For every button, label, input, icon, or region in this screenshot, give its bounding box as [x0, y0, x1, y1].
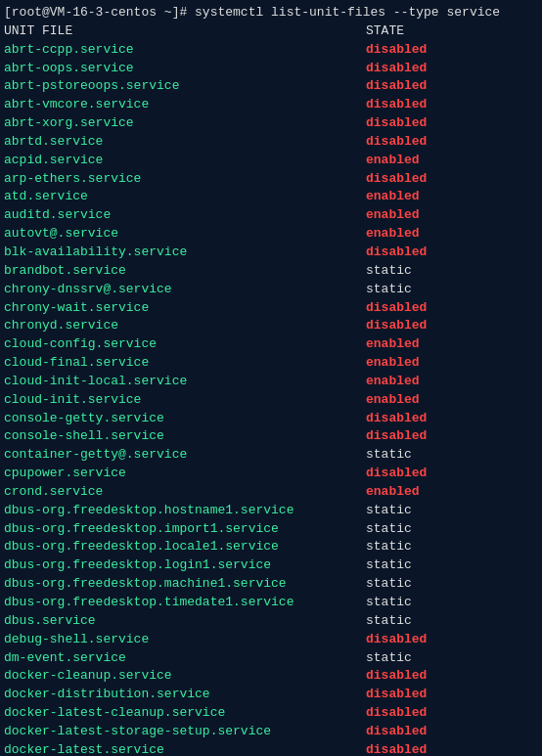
table-row: console-getty.servicedisabled: [0, 410, 542, 428]
unit-state: static: [366, 281, 538, 299]
unit-name: cloud-config.service: [4, 335, 366, 354]
table-row: arp-ethers.servicedisabled: [0, 170, 542, 189]
unit-state: disabled: [366, 410, 538, 428]
unit-name: docker-latest.service: [4, 741, 366, 756]
unit-state: disabled: [366, 77, 538, 96]
unit-state: enabled: [366, 335, 538, 354]
unit-state: static: [366, 594, 538, 612]
table-row: autovt@.serviceenabled: [0, 225, 542, 244]
unit-state: disabled: [366, 60, 538, 78]
table-row: brandbot.servicestatic: [0, 262, 542, 281]
table-row: dbus-org.freedesktop.timedate1.servicest…: [0, 594, 542, 612]
unit-name: auditd.service: [4, 206, 366, 225]
unit-state: enabled: [366, 483, 538, 502]
table-row: container-getty@.servicestatic: [0, 446, 542, 465]
unit-state: enabled: [366, 225, 538, 244]
table-row: chrony-dnssrv@.servicestatic: [0, 281, 542, 299]
table-row: atd.serviceenabled: [0, 188, 542, 206]
unit-state: disabled: [366, 41, 538, 60]
unit-name: dbus-org.freedesktop.timedate1.service: [4, 594, 366, 612]
unit-state: static: [366, 446, 538, 465]
unit-state: static: [366, 262, 538, 281]
table-row: abrtd.servicedisabled: [0, 133, 542, 152]
unit-state: disabled: [366, 667, 538, 686]
table-row: abrt-vmcore.servicedisabled: [0, 96, 542, 114]
unit-name: cloud-final.service: [4, 354, 366, 373]
header-line: UNIT FILE STATE: [0, 22, 542, 41]
unit-state: static: [366, 538, 538, 556]
unit-name: chronyd.service: [4, 317, 366, 335]
unit-state: disabled: [366, 133, 538, 152]
table-row: dbus-org.freedesktop.login1.servicestati…: [0, 556, 542, 575]
unit-state: disabled: [366, 741, 538, 756]
table-row: docker-distribution.servicedisabled: [0, 686, 542, 704]
table-row: acpid.serviceenabled: [0, 152, 542, 170]
table-row: chrony-wait.servicedisabled: [0, 299, 542, 318]
unit-name: dm-event.service: [4, 649, 366, 668]
rows-container: abrt-ccpp.servicedisabledabrt-oops.servi…: [0, 41, 542, 756]
unit-name: docker-latest-storage-setup.service: [4, 723, 366, 741]
unit-name: chrony-dnssrv@.service: [4, 281, 366, 299]
table-row: cloud-config.serviceenabled: [0, 335, 542, 354]
unit-name: console-shell.service: [4, 427, 366, 446]
table-row: dbus-org.freedesktop.import1.servicestat…: [0, 520, 542, 539]
unit-state: disabled: [366, 704, 538, 723]
unit-name: docker-latest-cleanup.service: [4, 704, 366, 723]
table-row: cloud-final.serviceenabled: [0, 354, 542, 373]
unit-state: disabled: [366, 170, 538, 189]
unit-state: disabled: [366, 299, 538, 318]
header-state: STATE: [366, 22, 538, 41]
table-row: chronyd.servicedisabled: [0, 317, 542, 335]
unit-state: enabled: [366, 152, 538, 170]
unit-name: abrtd.service: [4, 133, 366, 152]
table-row: dbus-org.freedesktop.machine1.servicesta…: [0, 575, 542, 594]
unit-state: static: [366, 502, 538, 520]
table-row: cloud-init-local.serviceenabled: [0, 373, 542, 391]
unit-name: dbus-org.freedesktop.locale1.service: [4, 538, 366, 556]
unit-name: dbus-org.freedesktop.login1.service: [4, 556, 366, 575]
unit-name: acpid.service: [4, 152, 366, 170]
unit-state: static: [366, 520, 538, 539]
unit-state: enabled: [366, 206, 538, 225]
header-unit: UNIT FILE: [4, 22, 366, 41]
unit-state: disabled: [366, 427, 538, 446]
unit-state: enabled: [366, 373, 538, 391]
unit-state: disabled: [366, 96, 538, 114]
unit-state: static: [366, 556, 538, 575]
unit-name: blk-availability.service: [4, 244, 366, 262]
table-row: debug-shell.servicedisabled: [0, 631, 542, 649]
unit-name: abrt-xorg.service: [4, 114, 366, 133]
unit-state: enabled: [366, 391, 538, 410]
unit-name: dbus-org.freedesktop.import1.service: [4, 520, 366, 539]
unit-name: cloud-init.service: [4, 391, 366, 410]
unit-name: debug-shell.service: [4, 631, 366, 649]
unit-name: docker-distribution.service: [4, 686, 366, 704]
table-row: auditd.serviceenabled: [0, 206, 542, 225]
table-row: abrt-xorg.servicedisabled: [0, 114, 542, 133]
unit-state: enabled: [366, 188, 538, 206]
unit-state: disabled: [366, 686, 538, 704]
unit-state: disabled: [366, 631, 538, 649]
unit-state: disabled: [366, 465, 538, 483]
unit-name: dbus-org.freedesktop.hostname1.service: [4, 502, 366, 520]
unit-name: abrt-oops.service: [4, 60, 366, 78]
unit-name: cpupower.service: [4, 465, 366, 483]
table-row: dbus-org.freedesktop.hostname1.servicest…: [0, 502, 542, 520]
table-row: abrt-oops.servicedisabled: [0, 60, 542, 78]
unit-state: disabled: [366, 244, 538, 262]
table-row: docker-latest.servicedisabled: [0, 741, 542, 756]
unit-name: docker-cleanup.service: [4, 667, 366, 686]
table-row: console-shell.servicedisabled: [0, 427, 542, 446]
unit-state: static: [366, 649, 538, 668]
unit-name: abrt-vmcore.service: [4, 96, 366, 114]
table-row: dbus.servicestatic: [0, 612, 542, 631]
unit-state: disabled: [366, 114, 538, 133]
unit-name: cloud-init-local.service: [4, 373, 366, 391]
unit-name: brandbot.service: [4, 262, 366, 281]
unit-name: autovt@.service: [4, 225, 366, 244]
unit-name: dbus-org.freedesktop.machine1.service: [4, 575, 366, 594]
table-row: docker-latest-cleanup.servicedisabled: [0, 704, 542, 723]
unit-name: crond.service: [4, 483, 366, 502]
unit-state: disabled: [366, 317, 538, 335]
unit-state: static: [366, 612, 538, 631]
